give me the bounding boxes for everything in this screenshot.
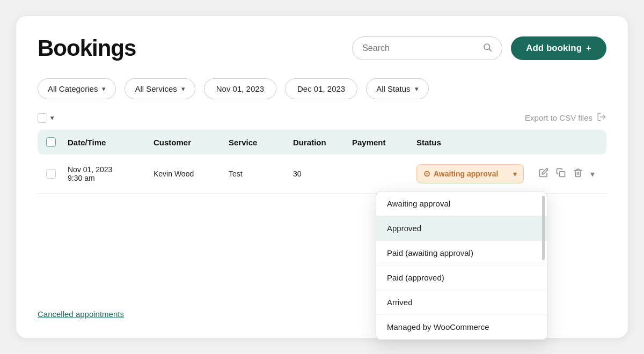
search-icon bbox=[482, 42, 492, 54]
filters-row: All Categories ▾ All Services ▾ Nov 01, … bbox=[38, 78, 606, 99]
current-status-label: Awaiting approval bbox=[434, 169, 498, 178]
col-datetime: Date/Time bbox=[68, 138, 153, 147]
copy-icon[interactable] bbox=[556, 168, 566, 180]
svg-rect-3 bbox=[560, 171, 565, 176]
category-filter[interactable]: All Categories ▾ bbox=[38, 78, 116, 99]
export-label: Export to CSV files bbox=[525, 113, 592, 122]
dropdown-item-approved[interactable]: Approved bbox=[376, 216, 547, 241]
table-header: Date/Time Customer Service Duration Paym… bbox=[38, 130, 606, 154]
cancelled-appointments-link[interactable]: Cancelled appointments bbox=[38, 309, 124, 319]
row-checkbox-cell bbox=[46, 169, 68, 179]
col-service: Service bbox=[229, 138, 293, 147]
col-payment: Payment bbox=[352, 138, 416, 147]
expand-icon[interactable]: ▾ bbox=[590, 169, 595, 179]
status-dropdown: Awaiting approval Approved Paid (awaitin… bbox=[376, 191, 547, 340]
bookings-table: Date/Time Customer Service Duration Paym… bbox=[38, 130, 606, 194]
services-chevron-icon: ▾ bbox=[181, 85, 185, 93]
search-box[interactable] bbox=[352, 36, 502, 60]
dropdown-item-paid-approved[interactable]: Paid (approved) bbox=[376, 266, 547, 290]
status-label: All Status bbox=[376, 84, 410, 93]
header-checkbox[interactable] bbox=[46, 137, 56, 147]
date-to-label: Dec 01, 2023 bbox=[297, 84, 345, 93]
row-duration: 30 bbox=[293, 169, 352, 178]
services-filter[interactable]: All Services ▾ bbox=[125, 78, 195, 99]
search-input[interactable] bbox=[362, 43, 478, 53]
date-from-label: Nov 01, 2023 bbox=[216, 84, 264, 93]
add-icon: + bbox=[586, 43, 591, 54]
dropdown-item-arrived[interactable]: Arrived bbox=[376, 290, 547, 315]
row-checkbox[interactable] bbox=[46, 169, 56, 179]
bookings-card: Bookings Add booking + All Categories ▾ bbox=[16, 16, 628, 338]
select-all-checkbox[interactable] bbox=[38, 113, 47, 123]
warning-icon: ⊙ bbox=[423, 169, 430, 179]
select-all-chevron-icon[interactable]: ▾ bbox=[50, 114, 54, 122]
status-dropdown-trigger[interactable]: ⊙ Awaiting approval ▾ bbox=[416, 164, 524, 183]
date-to-filter[interactable]: Dec 01, 2023 bbox=[285, 78, 357, 99]
dropdown-item-paid-awaiting[interactable]: Paid (awaiting approval) bbox=[376, 241, 547, 266]
row-actions: ▾ bbox=[539, 168, 595, 180]
dropdown-item-woocommerce[interactable]: Managed by WooCommerce bbox=[376, 315, 547, 340]
status-filter[interactable]: All Status ▾ bbox=[366, 78, 428, 99]
row-service: Test bbox=[229, 169, 293, 178]
table-toolbar: ▾ Export to CSV files bbox=[38, 112, 606, 123]
status-badge-inner: ⊙ Awaiting approval bbox=[423, 169, 498, 179]
select-all-area[interactable]: ▾ bbox=[38, 113, 54, 123]
page-title: Bookings bbox=[38, 35, 136, 61]
date-from-filter[interactable]: Nov 01, 2023 bbox=[204, 78, 276, 99]
edit-icon[interactable] bbox=[539, 168, 548, 180]
svg-line-1 bbox=[489, 49, 492, 51]
export-icon bbox=[597, 112, 606, 123]
table-row: Nov 01, 20239:30 am Kevin Wood Test 30 ⊙… bbox=[38, 154, 606, 194]
status-chevron-icon: ▾ bbox=[415, 85, 419, 93]
col-customer: Customer bbox=[153, 138, 229, 147]
status-chevron-icon: ▾ bbox=[513, 170, 517, 178]
delete-icon[interactable] bbox=[573, 168, 583, 180]
add-booking-button[interactable]: Add booking + bbox=[511, 36, 606, 60]
cancelled-label: Cancelled appointments bbox=[38, 309, 124, 319]
dropdown-scrollbar bbox=[542, 196, 545, 260]
row-customer: Kevin Wood bbox=[153, 169, 229, 178]
dropdown-item-awaiting[interactable]: Awaiting approval bbox=[376, 191, 547, 216]
add-booking-label: Add booking bbox=[526, 43, 582, 54]
category-chevron-icon: ▾ bbox=[102, 85, 106, 93]
export-csv-button[interactable]: Export to CSV files bbox=[525, 112, 606, 123]
row-status-cell: ⊙ Awaiting approval ▾ bbox=[416, 164, 598, 183]
category-label: All Categories bbox=[48, 84, 98, 93]
page-header: Bookings Add booking + bbox=[38, 35, 606, 61]
col-status: Status bbox=[416, 138, 598, 147]
header-actions: Add booking + bbox=[352, 36, 606, 60]
row-datetime: Nov 01, 20239:30 am bbox=[68, 165, 153, 182]
services-label: All Services bbox=[135, 84, 177, 93]
col-duration: Duration bbox=[293, 138, 352, 147]
